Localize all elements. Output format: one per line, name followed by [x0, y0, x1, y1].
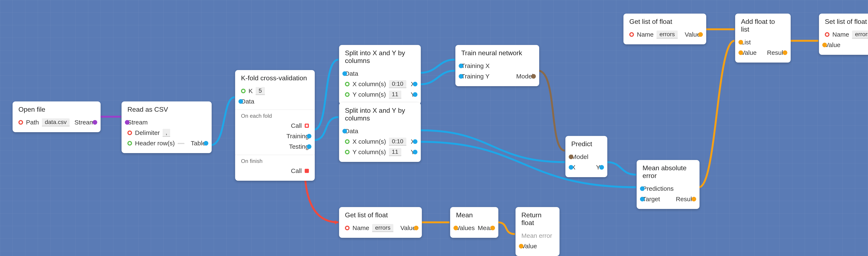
node-split-1[interactable]: Split into X and Y by columns Data X col… — [339, 45, 421, 104]
node-title: Add float to list — [741, 18, 785, 33]
node-read-csv[interactable]: Read as CSV Stream Delimiter , Header ro… — [122, 102, 212, 153]
port-x-in[interactable] — [569, 165, 574, 170]
port-call-each[interactable] — [305, 123, 309, 128]
port-xcol-icon — [345, 139, 349, 144]
k-value[interactable]: 5 — [256, 87, 265, 95]
node-title: Predict — [571, 140, 601, 148]
ycol-label: Y column(s) — [352, 148, 386, 156]
node-title: Get list of float — [345, 211, 416, 219]
port-testing-out[interactable] — [307, 144, 311, 149]
port-value-in[interactable] — [519, 244, 524, 249]
port-mean-out[interactable] — [490, 226, 495, 230]
path-value[interactable]: data.csv — [42, 118, 69, 126]
port-name-icon — [629, 32, 634, 37]
svg-marker-0 — [335, 220, 338, 224]
port-training-out[interactable] — [307, 134, 311, 139]
port-trainy-in[interactable] — [459, 74, 463, 79]
trainx-label: Training X — [461, 62, 490, 69]
header-value[interactable] — [178, 143, 184, 144]
node-title: Split into X and Y by columns — [345, 107, 415, 122]
path-label: Path — [26, 119, 39, 126]
node-return[interactable]: Return float Mean error Value — [516, 207, 560, 256]
result-label: Result — [676, 195, 694, 203]
port-value-in[interactable] — [822, 43, 827, 47]
port-data-in[interactable] — [342, 71, 347, 76]
section-on-finish: On finish — [241, 158, 309, 164]
node-open-file[interactable]: Open file Path data.csv Stream — [12, 102, 101, 132]
xcol-value[interactable]: 0:10 — [389, 80, 406, 88]
port-model-in[interactable] — [569, 154, 574, 159]
port-target-in[interactable] — [640, 197, 645, 202]
delimiter-value[interactable]: , — [163, 129, 170, 137]
node-mae[interactable]: Mean absolute error Predictions Target R… — [637, 160, 700, 209]
stream-label: Stream — [74, 119, 95, 126]
port-trainx-in[interactable] — [459, 64, 463, 68]
port-y-out[interactable] — [413, 150, 417, 154]
stream-label: Stream — [127, 119, 148, 126]
name-value[interactable]: errors — [852, 31, 868, 38]
name-label: Name — [832, 31, 849, 38]
port-result-out[interactable] — [783, 50, 787, 55]
port-name-icon — [345, 226, 349, 230]
port-xcol-icon — [345, 82, 349, 86]
section-each-fold: On each fold — [241, 113, 309, 119]
model-label: Model — [516, 73, 533, 80]
port-result-out[interactable] — [691, 197, 696, 202]
node-title: Read as CSV — [127, 106, 206, 113]
node-mean[interactable]: Mean Values Mean — [450, 207, 498, 238]
port-list-in[interactable] — [739, 40, 743, 44]
node-kfold[interactable]: K-fold cross-validation K 5 Data On each… — [235, 70, 315, 181]
pred-label: Predictions — [643, 185, 674, 192]
divider — [235, 155, 315, 155]
port-value-out[interactable] — [698, 32, 703, 37]
port-table-out[interactable] — [204, 141, 208, 146]
port-delimiter-icon — [127, 131, 132, 135]
port-stream-out[interactable] — [93, 120, 97, 125]
target-label: Target — [643, 195, 660, 203]
port-model-out[interactable] — [531, 74, 536, 79]
name-value[interactable]: errors — [656, 31, 678, 38]
call-label: Call — [291, 122, 302, 129]
node-set-errors[interactable]: Set list of float Name errors Value — [819, 13, 868, 55]
ycol-value[interactable]: 11 — [389, 148, 401, 156]
node-train[interactable]: Train neural network Training X Training… — [455, 45, 539, 86]
xcol-value[interactable]: 0:10 — [389, 138, 406, 146]
model-label: Model — [571, 153, 588, 160]
port-data-in[interactable] — [239, 99, 243, 104]
port-values-in[interactable] — [454, 226, 458, 230]
node-title: Get list of float — [629, 18, 700, 26]
value-label: Value — [521, 243, 537, 250]
node-add-float[interactable]: Add float to list List Value Result — [735, 13, 791, 63]
node-title: Open file — [19, 106, 95, 113]
k-label: K — [249, 87, 253, 95]
port-ycol-icon — [345, 92, 349, 97]
node-title: Set list of float — [825, 18, 868, 26]
node-title: Mean absolute error — [643, 164, 694, 180]
delimiter-label: Delimiter — [135, 129, 160, 136]
header-label: Header row(s) — [135, 140, 175, 147]
port-value-out[interactable] — [414, 226, 418, 230]
node-get-errors-2[interactable]: Get list of float Name errors Value — [339, 207, 422, 238]
port-pred-in[interactable] — [640, 186, 645, 191]
xcol-label: X column(s) — [352, 138, 386, 145]
port-x-out[interactable] — [413, 139, 417, 144]
port-y-out[interactable] — [413, 92, 417, 97]
port-stream-in[interactable] — [125, 120, 129, 125]
port-x-out[interactable] — [413, 82, 417, 86]
node-title: Split into X and Y by columns — [345, 49, 415, 65]
port-name-icon — [825, 32, 830, 37]
ycol-value[interactable]: 11 — [389, 90, 401, 99]
training-label: Training — [286, 133, 309, 140]
node-split-2[interactable]: Split into X and Y by columns Data X col… — [339, 103, 421, 162]
port-y-out[interactable] — [599, 165, 604, 170]
values-label: Values — [456, 224, 475, 231]
name-label: Name — [637, 31, 654, 38]
name-value[interactable]: errors — [372, 224, 393, 232]
port-data-in[interactable] — [342, 129, 347, 134]
result-label: Result — [767, 49, 785, 56]
node-predict[interactable]: Predict Model X Y' — [565, 136, 607, 177]
port-call-finish[interactable] — [305, 169, 309, 173]
port-path-icon — [19, 120, 23, 125]
node-get-errors[interactable]: Get list of float Name errors Value — [623, 13, 706, 44]
port-value-in[interactable] — [739, 50, 743, 55]
